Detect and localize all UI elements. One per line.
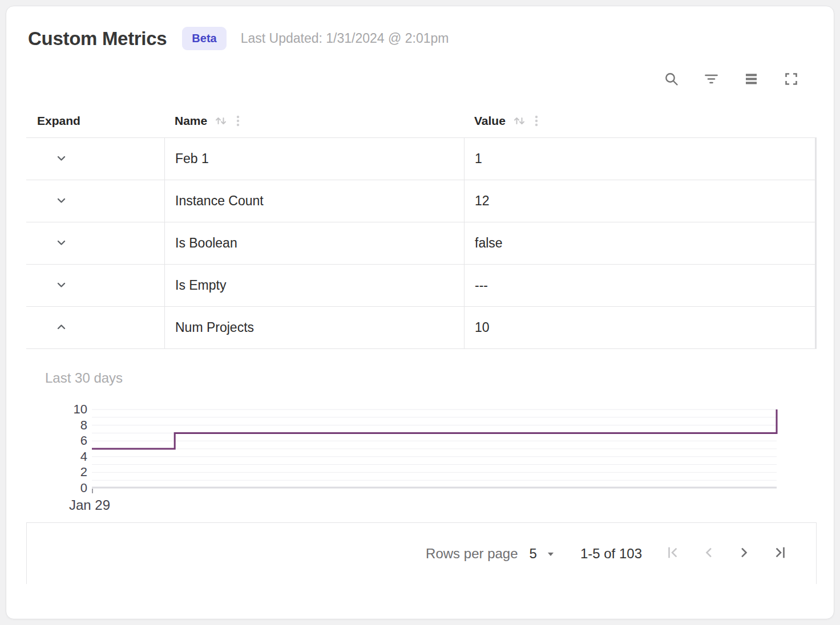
table-row: Is Boolean false (26, 222, 815, 265)
table-row: Is Empty --- (26, 265, 815, 307)
page-title: Custom Metrics (28, 28, 167, 50)
caret-down-icon (544, 547, 558, 561)
chart-svg (92, 409, 777, 488)
metric-value-cell[interactable]: 10 (464, 307, 815, 348)
metric-name-cell[interactable]: Feb 1 (164, 138, 464, 180)
y-tick-label: 6 (54, 433, 87, 448)
fullscreen-icon (784, 71, 799, 88)
table-row: Num Projects 10 (26, 307, 815, 349)
grid-toolbar (26, 68, 815, 91)
expand-row-button[interactable] (51, 276, 71, 295)
column-header-name[interactable]: Name (164, 114, 464, 128)
search-icon (664, 71, 679, 88)
metric-name-cell[interactable]: Instance Count (164, 180, 464, 222)
expand-row-button[interactable] (51, 192, 71, 211)
table-row: Feb 1 1 (26, 138, 815, 180)
rows-per-page-select[interactable]: 5 (530, 546, 558, 562)
y-tick-label: 4 (54, 449, 87, 464)
table-footer: Rows per page 5 1-5 of 103 (26, 522, 817, 584)
last-page-button[interactable] (762, 540, 797, 567)
next-page-button[interactable] (726, 540, 762, 567)
column-header-value[interactable]: Value (464, 114, 817, 128)
chevron-down-icon (54, 193, 69, 210)
column-header-value-label: Value (474, 114, 506, 128)
y-tick-label: 10 (54, 402, 87, 417)
column-menu-icon[interactable] (232, 114, 244, 128)
density-button[interactable] (740, 68, 762, 91)
metric-value-cell[interactable]: false (464, 222, 815, 264)
rows-per-page-label: Rows per page (426, 546, 518, 562)
custom-metrics-card: Custom Metrics Beta Last Updated: 1/31/2… (6, 6, 834, 619)
chart-y-axis-labels: 10 8 6 4 2 0 (54, 409, 87, 488)
page-header: Custom Metrics Beta Last Updated: 1/31/2… (28, 27, 815, 50)
column-menu-icon[interactable] (531, 114, 542, 128)
first-page-icon (664, 543, 682, 563)
chevron-down-icon (54, 235, 69, 252)
chevron-up-icon (54, 319, 69, 336)
chevron-down-icon (54, 151, 69, 168)
expanded-row-detail-panel: Last 30 days 10 8 6 4 2 0 (26, 349, 817, 522)
last-updated-text: Last Updated: 1/31/2024 @ 2:01pm (241, 31, 449, 46)
last-page-icon (770, 543, 789, 563)
metric-value-cell[interactable]: 12 (464, 180, 815, 222)
metric-history-chart: 10 8 6 4 2 0 (54, 409, 817, 488)
column-header-name-label: Name (175, 114, 207, 128)
metric-value-cell[interactable]: --- (464, 265, 815, 306)
column-header-expand-label: Expand (37, 114, 80, 128)
y-tick-label: 0 (54, 481, 87, 496)
table-row: Instance Count 12 (26, 180, 815, 222)
chevron-down-icon (54, 277, 69, 294)
fullscreen-button[interactable] (780, 68, 802, 91)
metrics-table: Expand Name Value (26, 104, 817, 584)
metric-value-cell[interactable]: 1 (464, 138, 815, 180)
expand-row-button[interactable] (51, 234, 71, 253)
chart-plot-area: Jan 29 (92, 409, 777, 488)
x-axis-tick (92, 489, 93, 493)
pagination-controls (656, 540, 797, 567)
rows-per-page-value: 5 (530, 546, 537, 562)
search-button[interactable] (660, 68, 682, 91)
metric-name-cell[interactable]: Is Boolean (164, 222, 464, 264)
chart-title: Last 30 days (45, 370, 817, 386)
filter-button[interactable] (700, 68, 722, 91)
chevron-left-icon (700, 543, 718, 563)
table-body: Feb 1 1 Instance Count 12 Is Boole (26, 138, 817, 349)
chart-line (92, 409, 777, 449)
collapse-row-button[interactable] (51, 318, 71, 338)
filter-icon (704, 71, 719, 88)
metric-name-cell[interactable]: Num Projects (164, 307, 464, 348)
x-tick-label: Jan 29 (69, 497, 132, 513)
column-header-expand: Expand (26, 114, 164, 128)
table-header-row: Expand Name Value (26, 104, 817, 138)
metric-name-cell[interactable]: Is Empty (164, 265, 464, 306)
sort-icon[interactable] (214, 114, 228, 128)
density-icon (744, 71, 759, 88)
expand-row-button[interactable] (51, 149, 71, 169)
first-page-button[interactable] (656, 540, 691, 567)
y-tick-label: 8 (54, 418, 87, 433)
sort-icon[interactable] (512, 114, 526, 128)
y-tick-label: 2 (54, 465, 87, 480)
beta-badge: Beta (182, 27, 226, 50)
pagination-range: 1-5 of 103 (580, 546, 642, 562)
previous-page-button[interactable] (691, 540, 726, 567)
chevron-right-icon (735, 543, 753, 563)
